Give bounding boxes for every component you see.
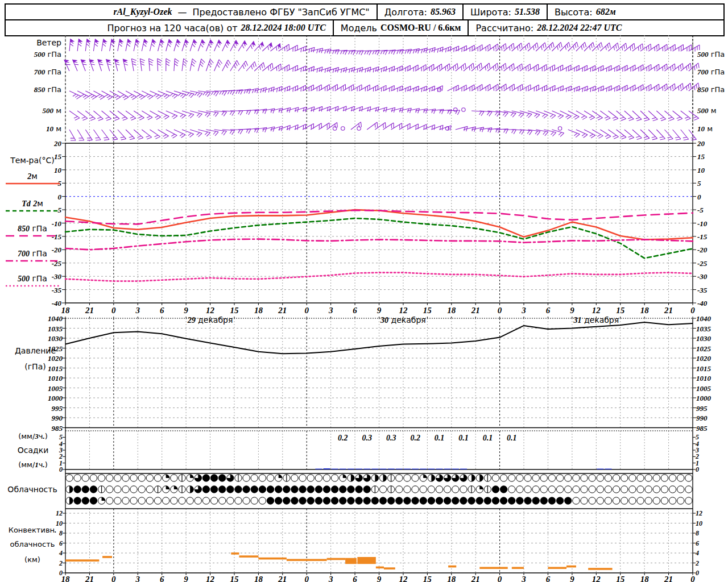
svg-text:-30: -30 — [52, 272, 62, 281]
convective-panel — [65, 552, 613, 570]
svg-text:21: 21 — [278, 306, 287, 315]
svg-text:0: 0 — [111, 575, 116, 582]
svg-text:3: 3 — [328, 575, 333, 582]
header-dash: — — [177, 7, 187, 18]
svg-text:0: 0 — [697, 193, 701, 201]
svg-text:990: 990 — [52, 414, 63, 422]
svg-text:-15: -15 — [52, 232, 62, 241]
svg-text:Осадки: Осадки — [18, 446, 49, 455]
svg-text:18: 18 — [447, 575, 456, 582]
svg-text:1035: 1035 — [48, 325, 63, 333]
header-separator — [462, 5, 464, 19]
svg-text:985: 985 — [696, 424, 708, 433]
svg-text:1025: 1025 — [696, 344, 712, 353]
svg-text:0: 0 — [498, 306, 502, 315]
svg-text:-40: -40 — [697, 299, 708, 307]
svg-text:6: 6 — [696, 539, 699, 547]
station-name: rAl_Kyzyl-Ozek — [113, 7, 172, 17]
svg-text:1010: 1010 — [48, 374, 63, 383]
svg-text:-20: -20 — [52, 246, 62, 254]
svg-text:12: 12 — [206, 306, 215, 315]
svg-text:-15: -15 — [697, 232, 708, 241]
svg-text:6: 6 — [353, 306, 357, 315]
altitude-label: Высота: — [555, 7, 593, 18]
svg-text:3: 3 — [521, 575, 526, 582]
svg-text:(мм/3ч.): (мм/3ч.) — [18, 432, 48, 440]
svg-text:Тем-ра(°C): Тем-ра(°C) — [10, 156, 55, 165]
svg-text:0.1: 0.1 — [458, 434, 469, 442]
header-separator — [377, 5, 378, 19]
svg-text:-35: -35 — [697, 286, 708, 294]
svg-text:-40: -40 — [52, 299, 62, 307]
svg-text:10 м: 10 м — [46, 124, 61, 133]
svg-text:500 м: 500 м — [697, 106, 716, 115]
svg-text:Конвективн.: Конвективн. — [9, 526, 57, 534]
svg-text:3: 3 — [135, 575, 140, 582]
svg-text:0.3: 0.3 — [386, 434, 396, 442]
svg-text:0: 0 — [690, 306, 695, 315]
svg-text:0.2: 0.2 — [338, 434, 348, 442]
svg-text:10: 10 — [56, 519, 63, 527]
cloudiness-panel — [66, 475, 692, 504]
svg-text:15: 15 — [230, 306, 239, 315]
svg-text:18: 18 — [640, 306, 650, 315]
svg-text:(мм/1ч.): (мм/1ч.) — [18, 460, 48, 469]
svg-text:500 гПа: 500 гПа — [697, 50, 725, 59]
svg-text:12: 12 — [399, 306, 408, 315]
header-line-1: rAl_Kyzyl-Ozek — Предоставлено ФГБУ "Зап… — [6, 5, 723, 19]
svg-text:10: 10 — [697, 166, 705, 174]
svg-text:21: 21 — [664, 575, 673, 582]
svg-text:10: 10 — [696, 519, 702, 527]
svg-text:6: 6 — [353, 575, 357, 582]
svg-text:21: 21 — [664, 306, 673, 315]
altitude-value: 682м — [596, 7, 616, 17]
svg-text:2: 2 — [59, 559, 63, 567]
svg-text:700 гПа: 700 гПа — [34, 68, 61, 76]
header-separator — [547, 5, 548, 19]
svg-text:21: 21 — [471, 575, 480, 582]
svg-text:29 декабря: 29 декабря — [187, 315, 233, 325]
wind-barbs-panel — [64, 39, 700, 140]
svg-text:0: 0 — [59, 465, 63, 473]
svg-text:1020: 1020 — [48, 354, 63, 363]
provider-text: Предоставлено ФГБУ "ЗапСиб УГМС" — [192, 7, 369, 18]
svg-text:10 м: 10 м — [697, 124, 713, 133]
svg-text:-10: -10 — [52, 219, 62, 228]
svg-text:3: 3 — [135, 306, 140, 315]
svg-text:12: 12 — [206, 575, 215, 582]
svg-text:21: 21 — [85, 306, 94, 315]
svg-text:0.1: 0.1 — [483, 434, 493, 442]
svg-text:Облачность: Облачность — [7, 485, 57, 494]
svg-text:500 гПа: 500 гПа — [18, 274, 47, 283]
svg-text:0: 0 — [696, 569, 699, 577]
svg-text:3: 3 — [328, 306, 333, 315]
svg-text:31 декабря: 31 декабря — [573, 315, 619, 325]
svg-text:15: 15 — [230, 575, 239, 582]
svg-text:1020: 1020 — [696, 354, 712, 363]
svg-text:6: 6 — [160, 575, 164, 582]
svg-text:15: 15 — [54, 152, 62, 161]
svg-text:0: 0 — [304, 575, 309, 582]
svg-text:-10: -10 — [697, 219, 708, 228]
svg-text:850 гПа: 850 гПа — [34, 85, 61, 94]
longitude-value: 85.963 — [431, 7, 456, 17]
svg-text:0.1: 0.1 — [507, 434, 517, 442]
header-box: rAl_Kyzyl-Ozek — Предоставлено ФГБУ "Зап… — [5, 3, 725, 36]
svg-text:8: 8 — [59, 529, 63, 537]
svg-text:700 гПа: 700 гПа — [697, 68, 725, 76]
svg-text:9: 9 — [184, 575, 188, 582]
svg-text:1030: 1030 — [696, 334, 712, 343]
svg-text:21: 21 — [85, 575, 94, 582]
svg-text:3: 3 — [521, 306, 526, 315]
model-label: Модель — [341, 23, 377, 34]
svg-text:15: 15 — [616, 575, 625, 582]
svg-text:0.1: 0.1 — [435, 434, 445, 442]
svg-text:21: 21 — [278, 575, 287, 582]
svg-text:18: 18 — [61, 306, 71, 315]
svg-text:облачность: облачность — [10, 540, 55, 548]
svg-text:9: 9 — [570, 575, 574, 582]
svg-text:2: 2 — [695, 559, 699, 567]
svg-text:6: 6 — [160, 306, 164, 315]
svg-text:700 гПа: 700 гПа — [18, 249, 47, 258]
latitude-label: Широта: — [470, 7, 511, 18]
